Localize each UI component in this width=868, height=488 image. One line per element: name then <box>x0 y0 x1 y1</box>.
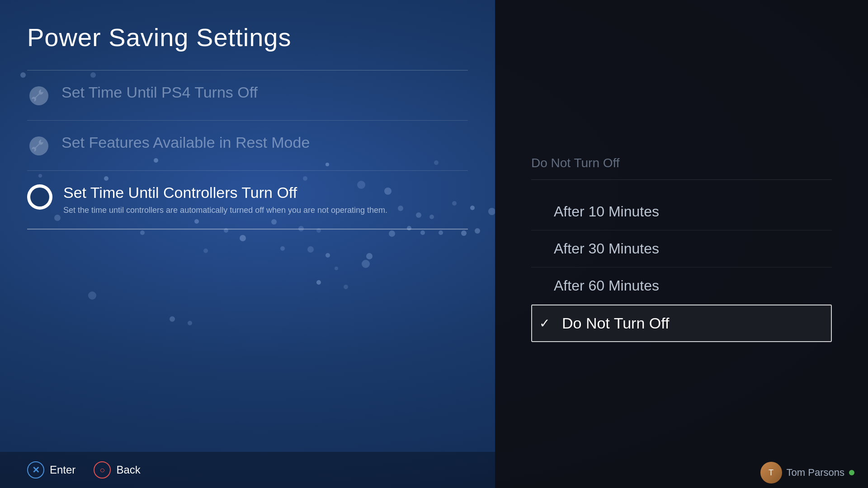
menu-item-title: Set Features Available in Rest Mode <box>61 133 310 152</box>
page-title: Power Saving Settings <box>27 23 468 52</box>
menu-item-content: Set Time Until PS4 Turns Off <box>61 83 258 102</box>
back-label: Back <box>116 464 140 476</box>
online-status-dot <box>849 470 854 475</box>
dropdown-option-label: Do Not Turn Off <box>562 314 669 332</box>
dropdown-option[interactable]: ✓ Do Not Turn Off <box>531 305 832 342</box>
user-avatar: T <box>760 462 782 483</box>
enter-hint: ✕ Enter <box>27 461 75 479</box>
dropdown-option-label: After 60 Minutes <box>554 277 659 294</box>
menu-item-content: Set Features Available in Rest Mode <box>61 133 310 152</box>
menu-list: Set Time Until PS4 Turns Off Set Feature… <box>27 70 468 230</box>
user-info: T Tom Parsons <box>760 462 854 483</box>
menu-item-icon <box>27 184 52 210</box>
menu-item-content: Set Time Until Controllers Turn Off Set … <box>63 183 387 216</box>
menu-item-icon <box>27 84 51 108</box>
main-panel: Power Saving Settings Set Time Until PS4… <box>0 0 495 488</box>
dropdown-panel: Do Not Turn OffAfter 10 MinutesAfter 30 … <box>495 0 868 488</box>
menu-item-ps4-turns-off[interactable]: Set Time Until PS4 Turns Off <box>27 70 468 121</box>
dropdown-option-label: After 30 Minutes <box>554 240 659 257</box>
checkmark-icon: ✓ <box>539 316 553 331</box>
bottom-bar: ✕ Enter ○ Back <box>0 452 495 488</box>
dropdown-option[interactable]: After 60 Minutes <box>531 267 832 305</box>
menu-item-title: Set Time Until PS4 Turns Off <box>61 83 258 102</box>
back-hint: ○ Back <box>94 461 140 479</box>
o-button-icon: ○ <box>94 461 111 479</box>
svg-point-0 <box>29 86 48 105</box>
enter-label: Enter <box>50 464 75 476</box>
user-name: Tom Parsons <box>787 467 844 479</box>
dropdown-partial-label: Do Not Turn Off <box>531 146 832 180</box>
dropdown-option-label: After 10 Minutes <box>554 203 659 220</box>
menu-item-subtitle: Set the time until controllers are autom… <box>63 205 387 216</box>
menu-item-title: Set Time Until Controllers Turn Off <box>63 183 387 202</box>
svg-point-1 <box>29 136 48 155</box>
menu-item-controllers-turn-off[interactable]: Set Time Until Controllers Turn Off Set … <box>27 171 468 230</box>
dropdown-option[interactable]: After 10 Minutes <box>531 193 832 230</box>
svg-point-2 <box>30 188 49 206</box>
menu-item-rest-mode[interactable]: Set Features Available in Rest Mode <box>27 121 468 171</box>
dropdown-option[interactable]: After 30 Minutes <box>531 230 832 267</box>
menu-item-icon <box>27 134 51 158</box>
x-button-icon: ✕ <box>27 461 44 479</box>
